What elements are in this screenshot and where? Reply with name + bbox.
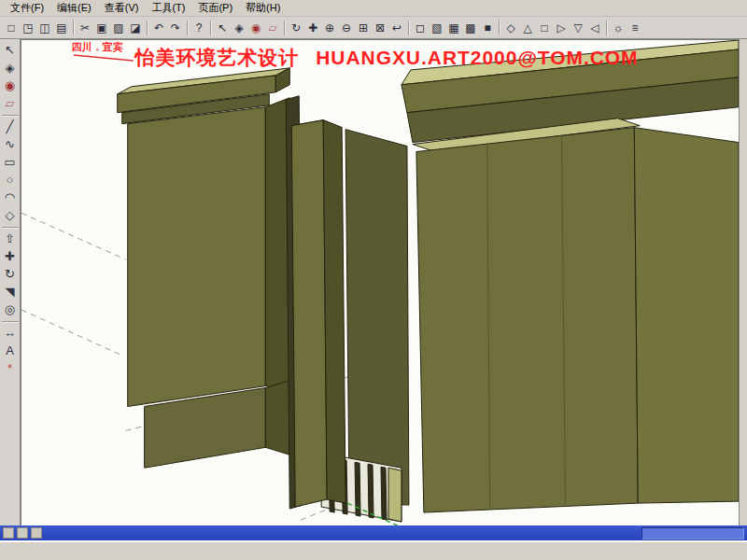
save-button[interactable]: ◫ [36,20,53,36]
paint-button[interactable]: ◉ [247,20,264,36]
print-button[interactable]: ▤ [53,20,70,36]
push-pull-tool[interactable]: ⇧ [1,230,20,247]
eraser-button[interactable]: ▱ [264,20,281,36]
menu-bar: 文件(F)编辑(E)查看(V)工具(T)页面(P)帮助(H) [0,0,747,17]
toolbar-separator [144,20,150,36]
toolbar-separator [496,20,502,36]
text-tool[interactable]: A [1,342,20,359]
redo-button[interactable]: ↷ [167,20,184,36]
menu-page[interactable]: 页面(P) [191,0,239,16]
select-button[interactable]: ↖ [214,20,231,36]
toolbar-separator [405,20,412,36]
toolbar-separator [281,20,288,36]
toolbar-separator [70,20,77,36]
tape-measure-tool[interactable]: ↔ [1,324,20,342]
watermark-en: HUANGXU.ART2000@TOM.COM [316,47,638,68]
monochrome-mode-button[interactable]: ■ [479,20,496,36]
main-toolbar: □◳◫▤✂▣▨◪↶↷?↖◈◉▱↻✚⊕⊖⊞⊠↩◻▧▦▩■◇△□▷▽◁☼≡ [0,17,747,39]
main-area: ↖◈◉▱╱∿▭○◠◇⇧✚↻◥◎↔A* [0,39,747,525]
previous-view-button[interactable]: ↩ [388,20,405,36]
menu-edit[interactable]: 编辑(E) [50,0,98,16]
context-help-button[interactable]: ? [190,20,207,36]
menu-view[interactable]: 查看(V) [98,0,146,16]
inner-wall-face [345,130,409,505]
window-border-right [739,39,747,525]
application-window: 文件(F)编辑(E)查看(V)工具(T)页面(P)帮助(H) □◳◫▤✂▣▨◪↶… [0,0,747,560]
toolbar-separator [2,318,19,324]
pan-button[interactable]: ✚ [304,20,321,36]
status-icon-2[interactable] [17,527,28,539]
left-view-button[interactable]: ◁ [586,20,603,36]
circle-tool[interactable]: ○ [1,171,20,189]
building-model [118,40,739,522]
back-view-button[interactable]: ▽ [570,20,586,36]
undo-button[interactable]: ↶ [150,20,167,36]
taskbar-strip [0,540,747,560]
status-icon-1[interactable] [3,527,14,539]
model-canvas-svg: 四川．宜宾 怡美环境艺术设计 HUANGXU.ART2000@TOM.COM [21,40,739,525]
top-view-button[interactable]: △ [519,20,536,36]
zoom-in-button[interactable]: ⊕ [321,20,338,36]
make-component-button[interactable]: ◈ [231,20,247,36]
select-tool[interactable]: ↖ [1,41,20,59]
toolbar-separator [207,20,214,36]
pillar-front-face [291,120,327,507]
front-view-button[interactable]: □ [536,20,553,36]
menu-help[interactable]: 帮助(H) [239,0,287,16]
watermark-cn: 怡美环境艺术设计 [134,47,299,68]
cut-button[interactable]: ✂ [77,20,93,36]
left-base-side-face [265,381,289,455]
value-control-box[interactable] [641,527,744,539]
scale-tool[interactable]: ◥ [1,283,20,301]
textured-mode-button[interactable]: ▩ [462,20,479,36]
toolbar-separator [2,112,19,118]
toolbar-separator [603,20,610,36]
erase-button[interactable]: ◪ [127,20,144,36]
right-main-face [416,128,638,512]
red-axis-line [74,55,134,61]
rectangle-tool[interactable]: ▭ [1,153,20,171]
polygon-tool[interactable]: ◇ [1,206,20,224]
shadows-button[interactable]: ☼ [610,20,627,36]
zoom-extents-button[interactable]: ⊠ [372,20,388,36]
hidden-line-mode-button[interactable]: ▧ [429,20,445,36]
region-label: 四川．宜宾 [72,41,123,53]
line-tool[interactable]: ╱ [1,118,20,135]
rotate-tool[interactable]: ↻ [1,265,20,283]
component-tool[interactable]: ◈ [1,59,20,77]
right-view-button[interactable]: ▷ [553,20,570,36]
zoom-window-button[interactable]: ⊞ [355,20,372,36]
toolbar-separator [2,224,19,230]
status-icon-3[interactable] [31,527,42,539]
iso-view-button[interactable]: ◇ [502,20,519,36]
right-wing-face [634,128,739,503]
tool-palette: ↖◈◉▱╱∿▭○◠◇⇧✚↻◥◎↔A* [0,39,21,525]
freehand-tool[interactable]: ∿ [1,135,20,153]
model-viewport[interactable]: 四川．宜宾 怡美环境艺术设计 HUANGXU.ART2000@TOM.COM [21,39,739,525]
layers-button[interactable]: ≡ [627,20,643,36]
pillar-side-face [323,120,345,503]
menu-tools[interactable]: 工具(T) [145,0,191,16]
wireframe-mode-button[interactable]: ◻ [412,20,429,36]
paint-bucket-tool[interactable]: ◉ [1,77,20,94]
new-button[interactable]: □ [3,20,20,36]
menu-file[interactable]: 文件(F) [4,0,50,16]
zoom-out-button[interactable]: ⊖ [338,20,355,36]
eraser-tool[interactable]: ▱ [1,94,20,112]
left-main-face [128,107,266,407]
shaded-mode-button[interactable]: ▦ [445,20,462,36]
offset-tool[interactable]: ◎ [1,301,20,318]
toolbar-separator [184,20,190,36]
arc-tool[interactable]: ◠ [1,189,20,206]
move-tool[interactable]: ✚ [1,247,20,265]
paste-button[interactable]: ▨ [110,20,127,36]
axes-tool[interactable]: * [1,359,20,377]
open-button[interactable]: ◳ [20,20,36,36]
status-bar [0,525,747,540]
orbit-button[interactable]: ↻ [288,20,304,36]
copy-button[interactable]: ▣ [93,20,110,36]
